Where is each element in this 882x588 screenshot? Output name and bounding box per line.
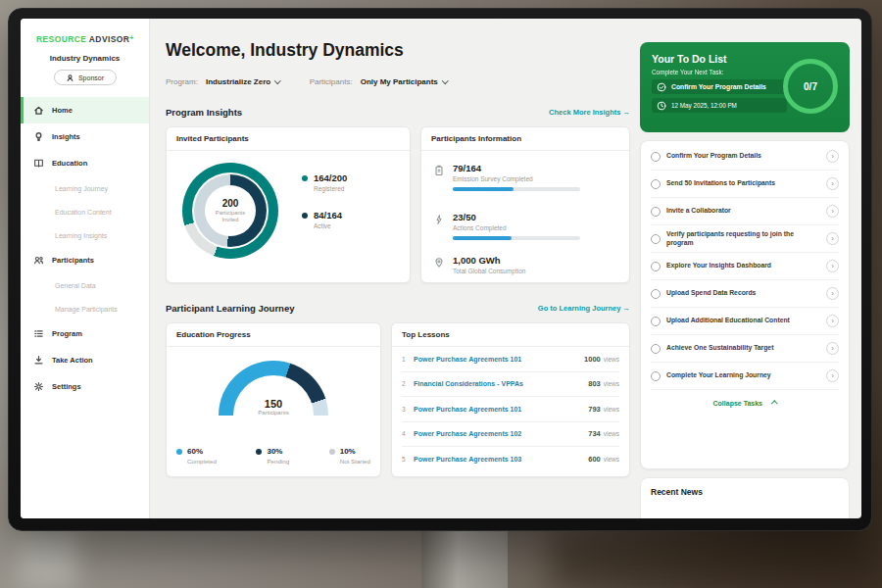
lesson-views-unit: views [604,430,619,437]
sidebar-item-label: Participants [52,256,94,265]
participants-filter-select[interactable]: Only My Participants [361,77,448,86]
chevron-right-icon[interactable]: › [826,342,839,355]
chevron-right-icon[interactable]: › [826,205,839,218]
sidebar-item-insights[interactable]: Insights [21,123,149,150]
lesson-row[interactable]: 5 Power Purchase Agreements 103 600 view… [402,447,619,472]
sidebar-item-program[interactable]: Program [21,320,149,347]
chevron-right-icon[interactable]: › [826,287,839,300]
check-more-insights-link[interactable]: Check More Insights → [549,108,630,117]
chevron-right-icon[interactable]: › [826,177,839,190]
task-checkbox[interactable] [651,152,661,162]
participants-filter-label: Participants: [310,77,353,86]
org-name: Industry Dynamics [21,54,149,63]
program-filter-value: Industrialize Zero [206,77,270,86]
card-title: Top Lessons [392,323,629,347]
education-gauge-chart: 150 Participants [219,361,328,416]
task-checkbox[interactable] [651,371,661,381]
sidebar-item-label: Settings [52,382,81,391]
todo-next-task[interactable]: Confirm Your Program Details [652,79,787,94]
task-row-upload-spend-data[interactable]: Upload Spend Data Records › [651,280,839,308]
check-circle-icon [657,82,666,92]
sidebar-item-manage-participants[interactable]: Manage Participants [21,297,149,320]
chevron-right-icon[interactable]: › [826,260,839,272]
sidebar-item-education[interactable]: Education [21,150,149,176]
task-label: Confirm Your Program Details [666,152,820,161]
insights-icon [32,131,45,142]
task-row-invite-collaborator[interactable]: Invite a Collaborator › [651,198,839,225]
task-checkbox[interactable] [651,179,661,189]
lesson-row[interactable]: 4 Power Purchase Agreements 102 734 view… [402,422,619,448]
task-row-complete-learning-journey[interactable]: Complete Your Learning Journey › [651,363,839,390]
go-to-learning-journey-link[interactable]: Go to Learning Journey → [538,304,630,313]
task-checkbox[interactable] [651,234,661,244]
sidebar-item-take-action[interactable]: Take Action [21,347,149,373]
lesson-row[interactable]: 1 Power Purchase Agreements 101 1000 vie… [402,347,619,372]
lesson-title-link[interactable]: Power Purchase Agreements 102 [414,430,588,437]
sidebar-item-learning-journey[interactable]: Learning Journey [21,176,149,200]
arrow-right-icon: → [623,304,631,313]
task-checkbox[interactable] [651,344,661,354]
sidebar-item-settings[interactable]: Settings [21,373,149,400]
lesson-views-value: 600 [588,455,601,464]
lesson-title-link[interactable]: Power Purchase Agreements 101 [414,406,588,413]
task-checkbox[interactable] [651,262,661,271]
sidebar-item-education-content[interactable]: Education Content [21,200,149,223]
program-filter-select[interactable]: Industrialize Zero [206,77,280,86]
lesson-views-unit: views [604,406,619,413]
task-row-explore-insights[interactable]: Explore Your Insights Dashboard › [651,253,839,280]
legend-dot [176,449,182,455]
brand-part1: RESOURCE [36,34,86,44]
invited-participants-card: Invited Participants 200 Participants In… [166,126,411,283]
top-lessons-card: Top Lessons 1 Power Purchase Agreements … [391,322,630,477]
program-insights-header: Program Insights Check More Insights → [166,107,630,118]
chevron-right-icon[interactable]: › [826,150,839,163]
monitor-bezel: RESOURCE ADVISOR+ Industry Dynamics Spon… [8,8,872,531]
sponsor-label: Sponsor [78,74,104,81]
collapse-tasks-button[interactable]: Collapse Tasks [651,390,839,416]
stat-actions: 23/50 Actions Completed [433,212,580,240]
task-checkbox[interactable] [651,207,661,217]
legend-completed: 60% Completed [176,447,217,465]
sponsor-badge[interactable]: Sponsor [54,70,117,85]
arrow-right-icon: → [623,108,631,117]
sidebar-item-learning-insights[interactable]: Learning Insights [21,223,149,247]
lesson-views-value: 1000 [584,355,601,364]
task-row-upload-educational-content[interactable]: Upload Additional Educational Content › [651,308,839,335]
users-icon [32,255,45,266]
program-filter-label: Program: [166,77,198,86]
chevron-right-icon[interactable]: › [826,315,839,327]
lesson-row[interactable]: 2 Financial Considerations - VPPAs 803 v… [402,372,619,398]
chevron-right-icon[interactable]: › [826,369,839,382]
stat-consumption: 1,000 GWh Total Global Consumption [433,255,525,274]
task-row-send-invitations[interactable]: Send 50 Invitations to Participants › [651,171,839,198]
sidebar-item-home[interactable]: Home [21,97,149,123]
sidebar-nav: Home Insights Education Learning Journey… [21,97,149,400]
lesson-views-unit: views [604,380,619,387]
lesson-row[interactable]: 3 Power Purchase Agreements 101 793 view… [402,397,619,422]
task-checkbox[interactable] [651,317,661,326]
lesson-title-link[interactable]: Power Purchase Agreements 101 [414,356,584,363]
sidebar-item-participants[interactable]: Participants [21,247,149,273]
gauge-legend: 60% Completed 30% Pending 10% Not Starte… [176,447,370,465]
task-checkbox[interactable] [651,289,661,299]
lesson-views-value: 734 [588,429,601,438]
brand-logo: RESOURCE ADVISOR+ [21,19,149,44]
task-row-achieve-target[interactable]: Achieve One Sustainability Target › [651,335,839,363]
todo-due-date: 12 May 2025, 12:00 PM [652,98,787,113]
task-row-confirm-program[interactable]: Confirm Your Program Details › [651,143,839,171]
lesson-title-link[interactable]: Power Purchase Agreements 103 [414,456,588,463]
list-icon [32,328,45,339]
recent-news-card: Recent News [640,477,850,518]
chevron-right-icon[interactable]: › [826,232,839,245]
stat-value: 1,000 GWh [453,255,525,266]
legend-label: Pending [267,458,289,465]
todo-due-label: 12 May 2025, 12:00 PM [671,102,737,109]
stat-value: 23/50 [453,212,580,222]
todo-list-card: Your To Do List Complete Your Next Task:… [640,42,850,132]
stat-value: 79/164 [453,163,580,173]
task-row-verify-participants[interactable]: Verify participants requesting to join t… [651,225,839,253]
card-title: Education Progress [167,323,380,347]
sidebar-item-label: Learning Journey [55,185,108,192]
sidebar-item-general-data[interactable]: General Data [21,273,149,297]
lesson-title-link[interactable]: Financial Considerations - VPPAs [414,380,588,387]
